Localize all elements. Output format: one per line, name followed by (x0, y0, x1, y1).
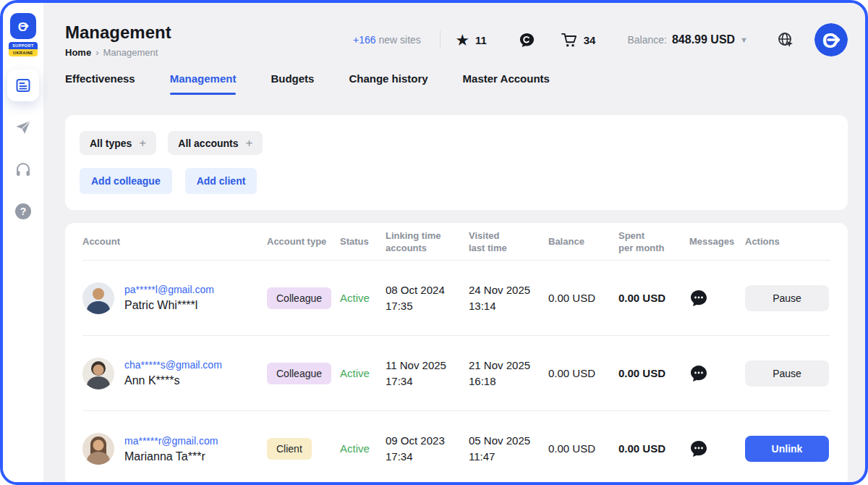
visited-time: 16:18 (469, 374, 548, 389)
account-email-link[interactable]: cha*****s@gmail.com (124, 359, 222, 371)
visited-cell: 05 Nov 2025 11:47 (469, 433, 548, 465)
favorites-count: 11 (475, 34, 487, 46)
account-type-cell: Colleague (267, 287, 340, 309)
balance-label: Balance: (627, 34, 666, 46)
tab-effectiveness[interactable]: Effectiveness (65, 72, 135, 95)
col-header-status: Status (340, 235, 386, 248)
messages-cell (689, 439, 745, 458)
linking-time-cell: 09 Oct 2023 17:34 (386, 433, 469, 465)
actions-cell: Unlink (745, 436, 830, 462)
filter-all-accounts[interactable]: All accounts + (168, 131, 263, 155)
balance-cell: 0.00 USD (548, 442, 618, 455)
user-avatar (82, 358, 114, 389)
messages-cell (689, 289, 745, 308)
col-header-account: Account (82, 235, 267, 248)
col-header-spent: Spent per month (618, 229, 689, 254)
message-button[interactable] (689, 364, 708, 383)
table-row: ma*****r@gmail.com Marianna Ta***r Clien… (82, 411, 830, 482)
cart-count: 34 (584, 34, 596, 46)
table-row: cha*****s@gmail.com Ann K****s Colleague… (82, 336, 830, 411)
filter-all-types[interactable]: All types + (80, 131, 156, 155)
cart-button[interactable]: 34 (561, 33, 596, 48)
spent-amount: 0.00 USD (618, 367, 665, 379)
breadcrumb-home-link[interactable]: Home (65, 47, 91, 58)
account-text: ma*****r@gmail.com Marianna Ta***r (124, 435, 218, 463)
message-button[interactable] (689, 439, 708, 458)
status-cell: Active (340, 367, 386, 380)
language-button[interactable] (777, 31, 794, 48)
col-header-text: Actions (745, 235, 830, 248)
sidebar-item-telegram[interactable] (7, 111, 39, 143)
tab-master-accounts[interactable]: Master Accounts (463, 72, 550, 95)
new-sites-link[interactable]: +166 new sites (353, 34, 421, 46)
account-name: Ann K****s (124, 374, 222, 387)
chat-bubble-icon (519, 32, 535, 48)
document-icon (14, 77, 32, 94)
favorites-button[interactable]: ★ 11 (456, 33, 487, 47)
status-text: Active (340, 367, 370, 379)
message-bubble-icon (689, 439, 708, 458)
balance-cell: 0.00 USD (548, 292, 618, 305)
spent-cell: 0.00 USD (618, 292, 689, 305)
col-header-text: Status (340, 235, 386, 248)
balance-amount: 0.00 USD (548, 292, 595, 304)
filter-panel: All types + All accounts + Add colleague… (65, 115, 848, 210)
filter-all-accounts-label: All accounts (178, 138, 238, 149)
account-text: cha*****s@gmail.com Ann K****s (124, 359, 222, 387)
account-cell: cha*****s@gmail.com Ann K****s (82, 358, 267, 389)
tab-change-history[interactable]: Change history (349, 72, 427, 95)
pause-button[interactable]: Pause (745, 360, 829, 387)
chevron-down-icon: ▼ (740, 35, 748, 44)
account-email-link[interactable]: ma*****r@gmail.com (124, 435, 218, 447)
balance-value: 848.99 USD (672, 33, 735, 46)
balance-amount: 0.00 USD (548, 442, 595, 455)
messages-cell (689, 364, 745, 383)
plus-icon: + (246, 137, 253, 149)
globe-cursor-icon (777, 31, 794, 48)
col-header-visited: Visited last time (469, 229, 548, 254)
sidebar-item-help[interactable]: ? (7, 195, 39, 227)
account-cell: ma*****r@gmail.com Marianna Ta***r (82, 433, 267, 465)
account-cell: pa*****l@gmail.com Patric Whi****l (82, 282, 267, 314)
linking-time: 17:34 (386, 449, 469, 465)
linking-date: 11 Nov 2025 (386, 358, 469, 374)
sidebar-item-support[interactable] (7, 153, 39, 185)
accounts-table: Account Account type Status Linking time… (65, 223, 848, 482)
visited-date: 24 Nov 2025 (469, 282, 548, 298)
visited-time: 11:47 (469, 449, 548, 465)
status-text: Active (340, 442, 370, 455)
account-email-link[interactable]: pa*****l@gmail.com (124, 284, 214, 295)
status-cell: Active (340, 292, 386, 305)
star-icon: ★ (456, 33, 469, 47)
unlink-button[interactable]: Unlink (745, 436, 829, 462)
pause-button[interactable]: Pause (745, 285, 829, 311)
message-button[interactable] (689, 289, 708, 308)
col-header-text: Messages (689, 235, 745, 248)
plus-icon: + (139, 137, 146, 149)
app-logo[interactable]: C (10, 13, 36, 39)
tab-bar: Effectiveness Management Budgets Change … (65, 72, 848, 95)
visited-date: 05 Nov 2025 (469, 433, 548, 449)
col-header-text: Linking time (386, 229, 469, 242)
visited-time: 13:14 (469, 298, 548, 314)
account-type-cell: Colleague (267, 363, 340, 384)
linking-date: 08 Oct 2024 (386, 282, 469, 298)
linking-time: 17:35 (386, 298, 469, 314)
linking-time: 17:34 (386, 374, 469, 389)
col-header-messages: Messages (689, 235, 745, 248)
status-cell: Active (340, 442, 386, 455)
spent-cell: 0.00 USD (618, 442, 689, 455)
profile-avatar[interactable]: C (814, 23, 848, 56)
actions-cell: Pause (745, 285, 830, 311)
add-colleague-button[interactable]: Add colleague (80, 168, 172, 194)
user-avatar (82, 433, 114, 465)
tab-management[interactable]: Management (170, 72, 237, 95)
tab-budgets[interactable]: Budgets (271, 72, 314, 95)
sidebar: C SUPPORT UKRAINE (3, 3, 43, 482)
messenger-button[interactable] (519, 32, 535, 48)
sidebar-item-content[interactable] (7, 69, 39, 101)
balance-dropdown[interactable]: Balance: 848.99 USD ▼ (627, 33, 748, 46)
new-sites-count: +166 (353, 34, 376, 46)
account-type-badge: Client (267, 438, 312, 460)
add-client-button[interactable]: Add client (185, 168, 258, 194)
